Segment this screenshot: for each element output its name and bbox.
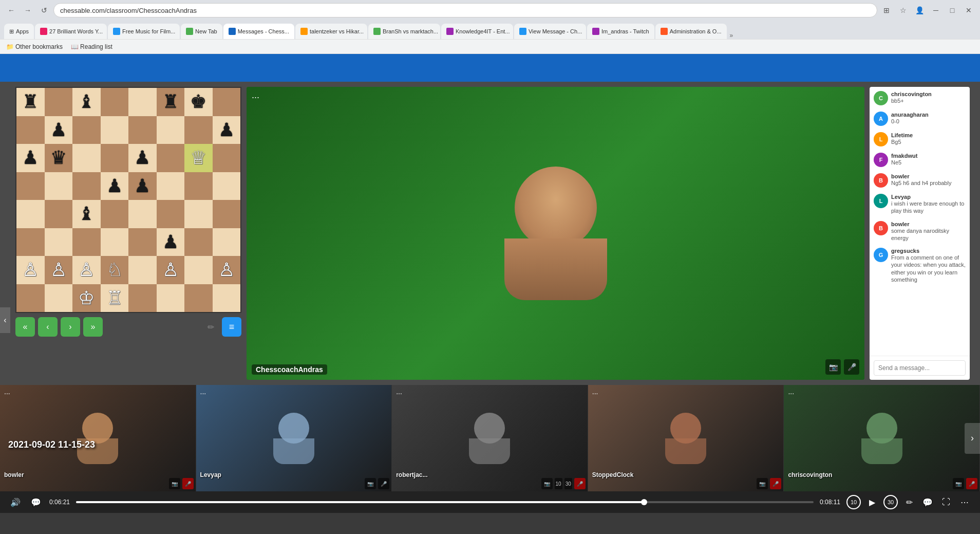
- chess-square-5-0[interactable]: [16, 228, 45, 256]
- chess-square-3-5[interactable]: [157, 172, 185, 200]
- chess-square-4-1[interactable]: [45, 200, 73, 228]
- chess-square-4-5[interactable]: [157, 200, 185, 228]
- tab-4[interactable]: talentzeker vs Hikar...: [295, 24, 367, 39]
- chess-square-7-2[interactable]: ♔: [72, 284, 101, 312]
- chess-square-6-5[interactable]: ♙: [157, 256, 185, 284]
- chess-square-5-4[interactable]: [128, 228, 157, 256]
- progress-track[interactable]: [76, 501, 814, 503]
- more-tabs-button[interactable]: »: [730, 32, 733, 39]
- chess-square-4-6[interactable]: [184, 200, 213, 228]
- chess-square-7-1[interactable]: [45, 284, 73, 312]
- chess-square-1-7[interactable]: ♟: [213, 116, 241, 144]
- address-bar[interactable]: chessable.com/classroom/ChesscoachAndras: [53, 3, 877, 17]
- close-button[interactable]: ✕: [962, 3, 976, 17]
- participant-options-4[interactable]: ···: [788, 389, 794, 397]
- edit-button[interactable]: ✏: [902, 495, 916, 509]
- participant-audio-btn-0[interactable]: 🎤: [182, 478, 194, 489]
- tab-apps[interactable]: ⊞ Apps: [4, 24, 34, 39]
- chess-square-3-4[interactable]: ♟: [128, 172, 157, 200]
- chess-square-7-3[interactable]: ♖: [101, 284, 129, 312]
- chess-square-2-1[interactable]: ♛: [45, 144, 73, 172]
- chess-square-6-1[interactable]: ♙: [45, 256, 73, 284]
- participants-next-button[interactable]: ›: [965, 423, 980, 454]
- maximize-button[interactable]: □: [945, 3, 959, 17]
- chess-square-6-6[interactable]: [184, 256, 213, 284]
- chess-square-7-0[interactable]: [16, 284, 45, 312]
- video-options-button[interactable]: ···: [252, 92, 259, 103]
- more-options-button[interactable]: ⋯: [957, 495, 972, 509]
- chess-square-7-7[interactable]: [213, 284, 241, 312]
- chess-square-5-1[interactable]: [45, 228, 73, 256]
- participant-video-btn-3[interactable]: 📷: [757, 478, 768, 489]
- play-button[interactable]: ▶: [865, 495, 879, 509]
- chess-edit-button[interactable]: ✏: [202, 319, 219, 335]
- chess-square-6-0[interactable]: ♙: [16, 256, 45, 284]
- chess-square-3-0[interactable]: [16, 172, 45, 200]
- chess-square-5-3[interactable]: [101, 228, 129, 256]
- chess-square-4-3[interactable]: [101, 200, 129, 228]
- chess-square-1-1[interactable]: ♟: [45, 116, 73, 144]
- participant-video-btn-2[interactable]: 📷: [541, 478, 553, 489]
- chess-next-button[interactable]: ›: [61, 317, 80, 337]
- tab-6[interactable]: Knowledge4IT - Ent...: [441, 24, 513, 39]
- tab-3[interactable]: Messages - Chess...: [223, 24, 294, 39]
- sidebar-left-arrow[interactable]: ‹: [0, 307, 10, 333]
- profile-button[interactable]: 👤: [912, 3, 927, 17]
- chess-square-2-4[interactable]: ♟: [128, 144, 157, 172]
- participant-audio-btn-4[interactable]: 🎤: [966, 478, 977, 489]
- chess-square-7-5[interactable]: [157, 284, 185, 312]
- chess-square-2-7[interactable]: [213, 144, 241, 172]
- participant-options-1[interactable]: ···: [200, 389, 206, 397]
- chess-square-1-4[interactable]: [128, 116, 157, 144]
- forward-button[interactable]: →: [21, 3, 35, 17]
- bookmark-reading-list[interactable]: 📖 Reading list: [69, 42, 115, 51]
- chess-square-2-5[interactable]: [157, 144, 185, 172]
- participant-video-btn-4[interactable]: 📷: [953, 478, 964, 489]
- tab-5[interactable]: BranSh vs marktach...: [368, 24, 440, 39]
- chess-square-0-4[interactable]: [128, 88, 157, 116]
- chess-prev-button[interactable]: ‹: [38, 317, 58, 337]
- chess-square-5-6[interactable]: [184, 228, 213, 256]
- chess-square-2-3[interactable]: [101, 144, 129, 172]
- chess-square-7-6[interactable]: [184, 284, 213, 312]
- chess-square-1-5[interactable]: [157, 116, 185, 144]
- tab-2[interactable]: New Tab: [181, 24, 222, 39]
- chess-square-0-6[interactable]: ♚: [184, 88, 213, 116]
- extensions-button[interactable]: ⊞: [879, 3, 894, 17]
- chess-square-6-2[interactable]: ♙: [72, 256, 101, 284]
- expand-button[interactable]: ⛶: [939, 495, 953, 509]
- bookmark-button[interactable]: ☆: [896, 3, 910, 17]
- skip-back-button[interactable]: 10: [846, 495, 861, 509]
- participant-audio-btn-3[interactable]: 🎤: [770, 478, 781, 489]
- chess-square-5-2[interactable]: [72, 228, 101, 256]
- participant-options-2[interactable]: ···: [396, 389, 402, 397]
- chess-square-4-4[interactable]: [128, 200, 157, 228]
- video-camera-button[interactable]: 📷: [825, 359, 841, 375]
- participant-audio-btn-2[interactable]: 🎤: [574, 478, 586, 489]
- chess-square-4-0[interactable]: [16, 200, 45, 228]
- participant-video-btn-0[interactable]: 📷: [169, 478, 180, 489]
- chess-square-4-7[interactable]: [213, 200, 241, 228]
- tab-0[interactable]: 27 Brilliant Words Y...: [35, 24, 107, 39]
- chess-board[interactable]: ♜♝♜♚♟♟♟♛♟♕♟♟♝♟♙♙♙♘♙♙♔♖: [15, 87, 241, 313]
- audio-button[interactable]: 🔊: [8, 495, 23, 509]
- chess-square-6-7[interactable]: ♙: [213, 256, 241, 284]
- chess-square-3-2[interactable]: [72, 172, 101, 200]
- video-mic-button[interactable]: 🎤: [844, 359, 859, 375]
- bookmark-other[interactable]: 📁 Other bookmarks: [4, 42, 65, 51]
- chess-square-5-5[interactable]: ♟: [157, 228, 185, 256]
- captions-button[interactable]: 💬: [29, 495, 43, 509]
- chess-square-7-4[interactable]: [128, 284, 157, 312]
- chess-square-0-1[interactable]: [45, 88, 73, 116]
- chess-square-6-3[interactable]: ♘: [101, 256, 129, 284]
- comment-button[interactable]: 💬: [920, 495, 935, 509]
- tab-8[interactable]: Im_andras - Twitch: [587, 24, 654, 39]
- chess-square-5-7[interactable]: [213, 228, 241, 256]
- chess-square-1-0[interactable]: [16, 116, 45, 144]
- chess-square-2-6[interactable]: ♕: [184, 144, 213, 172]
- chess-square-3-7[interactable]: [213, 172, 241, 200]
- participant-video-btn-1[interactable]: 📷: [365, 478, 376, 489]
- chess-square-0-7[interactable]: [213, 88, 241, 116]
- chess-first-button[interactable]: «: [15, 317, 35, 337]
- participant-options-3[interactable]: ···: [592, 389, 598, 397]
